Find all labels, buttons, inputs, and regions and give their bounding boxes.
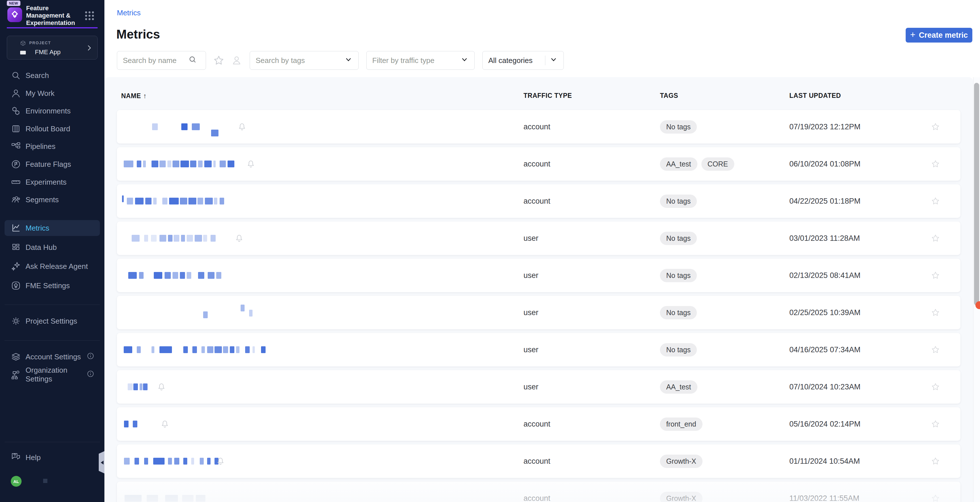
redaction-block xyxy=(210,235,216,241)
column-header-name[interactable]: NAME↑ xyxy=(121,92,147,100)
sidebar-item-my-work[interactable]: My Work xyxy=(5,85,100,101)
tags-cell: Growth-X xyxy=(660,445,703,478)
favorite-star-icon[interactable] xyxy=(931,234,940,243)
project-selector[interactable]: PROJECT FME App xyxy=(7,36,98,60)
categories-select[interactable]: All categories xyxy=(482,51,564,70)
favorites-filter-star-icon[interactable] xyxy=(213,55,224,66)
table-row[interactable]: accountNo tags04/22/2025 01:18PM xyxy=(117,184,961,218)
sidebar-item-data-hub[interactable]: Data Hub xyxy=(5,239,100,255)
redaction-block xyxy=(220,160,226,167)
sidebar-item-pipelines[interactable]: Pipelines xyxy=(5,138,100,154)
favorite-star-icon[interactable] xyxy=(931,383,940,391)
person-icon xyxy=(11,88,21,98)
bell-icon xyxy=(160,419,170,429)
sidebar-item-label: Segments xyxy=(25,195,59,204)
bell-icon xyxy=(234,234,244,243)
table-row[interactable]: userNo tags04/16/2025 07:34AM xyxy=(117,333,961,367)
redaction-block xyxy=(207,346,213,353)
sidebar-item-project-settings[interactable]: Project Settings xyxy=(5,313,100,329)
tag-chip: No tags xyxy=(660,269,697,282)
breadcrumb[interactable]: Metrics xyxy=(117,8,141,17)
line-chart-icon xyxy=(11,223,21,233)
sidebar-item-experiments[interactable]: Experiments xyxy=(5,174,100,190)
favorite-star-icon[interactable] xyxy=(931,457,940,465)
favorite-star-icon[interactable] xyxy=(931,197,940,205)
favorite-star-icon[interactable] xyxy=(931,308,940,317)
redaction-block xyxy=(132,235,140,241)
redaction-block xyxy=(143,383,148,390)
table-row[interactable]: userAA_test07/10/2024 10:23AM xyxy=(117,370,961,404)
tags-cell: No tags xyxy=(660,110,697,143)
table-row[interactable]: accountNo tags07/19/2023 12:12PM xyxy=(117,110,961,143)
favorite-star-icon[interactable] xyxy=(931,271,940,280)
redaction-block xyxy=(143,160,146,167)
redaction-block xyxy=(168,458,172,465)
tag-chip: No tags xyxy=(660,120,697,133)
table-row[interactable]: accountGrowth-X01/11/2024 10:54AM xyxy=(117,445,961,478)
table-row[interactable]: accountAA_testCORE06/10/2024 01:08PM xyxy=(117,147,961,181)
traffic-type-value: user xyxy=(523,370,539,404)
hexagons-icon xyxy=(11,106,21,116)
traffic-select-placeholder: Filter by traffic type xyxy=(372,56,434,65)
info-icon[interactable] xyxy=(86,352,95,362)
scrollbar-thumb[interactable] xyxy=(974,83,979,305)
my-items-filter-person-icon[interactable] xyxy=(231,55,242,66)
sidebar-item-ask-release-agent[interactable]: Ask Release Agent xyxy=(5,258,100,274)
sidebar-item-help[interactable]: Help xyxy=(5,450,100,465)
favorite-star-icon[interactable] xyxy=(931,345,940,354)
redaction-block xyxy=(172,272,178,279)
table-row[interactable]: userNo tags03/01/2023 11:28AM xyxy=(117,221,961,255)
sidebar-item-fme-settings[interactable]: FME Settings xyxy=(5,278,100,294)
tags-cell: No tags xyxy=(660,296,697,329)
sidebar-item-feature-flags[interactable]: Feature Flags xyxy=(5,156,100,172)
sidebar-item-label: Search xyxy=(25,71,49,80)
table-row[interactable]: userNo tags02/13/2025 08:41AM xyxy=(117,259,961,292)
redaction-block xyxy=(181,235,185,241)
search-by-tags-select[interactable]: Search by tags xyxy=(250,51,359,70)
traffic-type-select[interactable]: Filter by traffic type xyxy=(366,51,475,70)
column-header-last-updated[interactable]: LAST UPDATED xyxy=(789,92,841,100)
column-header-traffic-type[interactable]: TRAFFIC TYPE xyxy=(523,92,572,100)
favorite-star-icon[interactable] xyxy=(931,160,940,168)
sidebar-item-organization-settings[interactable]: Organization Settings xyxy=(5,367,100,383)
app-switcher-icon[interactable] xyxy=(85,11,94,21)
redaction-block xyxy=(144,235,148,241)
product-logo-icon[interactable] xyxy=(7,7,22,22)
redaction-block xyxy=(215,346,222,353)
traffic-type-value: account xyxy=(523,147,550,181)
search-by-name-field[interactable] xyxy=(117,51,206,70)
favorite-star-icon[interactable] xyxy=(931,420,940,428)
table-row[interactable]: accountfront_end05/16/2024 02:14PM xyxy=(117,407,961,441)
redaction-block xyxy=(128,272,137,279)
redaction-block xyxy=(169,198,179,205)
redaction-block xyxy=(230,346,234,353)
column-header-tags[interactable]: TAGS xyxy=(660,92,678,100)
redaction-block xyxy=(261,346,266,353)
info-icon[interactable] xyxy=(86,370,95,380)
sidebar-item-label: Environments xyxy=(25,106,71,116)
redaction-block xyxy=(211,130,218,137)
favorite-star-icon[interactable] xyxy=(931,122,940,131)
sidebar-item-account-settings[interactable]: Account Settings xyxy=(5,349,100,365)
redaction-block xyxy=(124,160,134,167)
table-row[interactable]: userNo tags02/25/2025 10:39AM xyxy=(117,296,961,329)
sidebar-item-segments[interactable]: Segments xyxy=(5,192,100,208)
create-metric-button[interactable]: + Create metric xyxy=(906,28,972,43)
tags-cell: front_end xyxy=(660,407,703,441)
bell-icon xyxy=(246,159,256,169)
avatar[interactable]: AL xyxy=(11,476,22,487)
redaction-block xyxy=(159,346,172,353)
metric-name-redacted xyxy=(117,333,514,367)
sidebar-item-environments[interactable]: Environments xyxy=(5,103,100,119)
gear-icon xyxy=(11,316,21,326)
project-name: FME App xyxy=(35,49,60,56)
redaction-block xyxy=(159,235,166,241)
chevron-down-icon xyxy=(460,55,469,66)
sidebar-item-rollout-board[interactable]: Rollout Board xyxy=(5,121,100,137)
table-row[interactable]: accountGrowth-X11/03/2022 11:55AM xyxy=(117,481,961,502)
new-badge: NEW xyxy=(7,0,21,6)
search-input[interactable] xyxy=(123,56,188,65)
sidebar-item-metrics[interactable]: Metrics xyxy=(5,220,100,236)
redaction-block xyxy=(183,458,187,465)
sidebar-item-search[interactable]: Search xyxy=(5,67,100,83)
